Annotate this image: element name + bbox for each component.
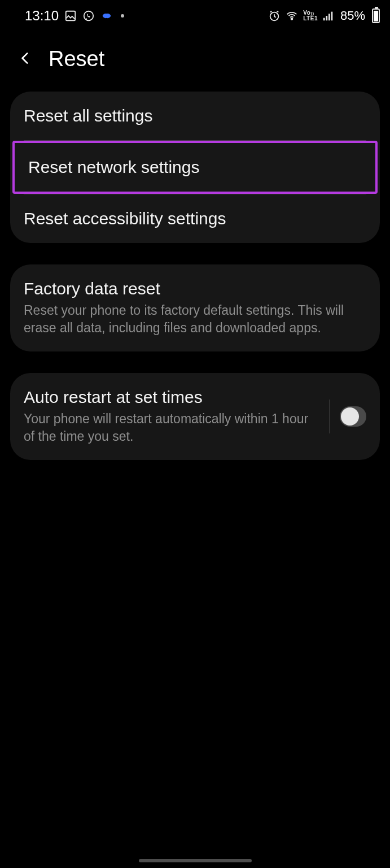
row-label: Reset network settings	[28, 158, 362, 177]
gesture-nav-indicator[interactable]	[139, 859, 252, 862]
auto-restart-row[interactable]: Auto restart at set times Your phone wil…	[10, 373, 380, 460]
row-sublabel: Your phone will restart automatically wi…	[24, 410, 319, 445]
wifi-icon	[285, 10, 299, 22]
swirl-icon	[100, 10, 113, 22]
reset-all-settings-row[interactable]: Reset all settings	[10, 92, 380, 140]
status-bar: 13:10	[0, 0, 390, 31]
toggle-knob	[341, 407, 359, 426]
svg-rect-4	[323, 18, 325, 20]
volte-icon: Vo))LTE1	[303, 10, 318, 21]
page-header: Reset	[0, 31, 390, 92]
page-title: Reset	[49, 47, 104, 71]
reset-accessibility-settings-row[interactable]: Reset accessibility settings	[10, 194, 380, 243]
svg-rect-5	[326, 16, 327, 20]
row-label: Factory data reset	[24, 279, 366, 298]
svg-rect-7	[331, 11, 333, 20]
svg-rect-6	[328, 14, 330, 20]
factory-reset-card: Factory data reset Reset your phone to i…	[10, 264, 380, 351]
status-time: 13:10	[25, 8, 59, 24]
svg-point-1	[84, 11, 94, 20]
row-label: Reset accessibility settings	[24, 209, 366, 228]
auto-restart-toggle[interactable]	[340, 406, 366, 427]
reset-options-card: Reset all settings Reset network setting…	[10, 92, 380, 243]
chevron-left-icon	[18, 51, 33, 66]
more-notifications-dot-icon	[121, 14, 124, 18]
gallery-icon	[64, 10, 77, 22]
svg-point-3	[291, 18, 293, 20]
signal-icon	[322, 10, 335, 22]
row-label: Auto restart at set times	[24, 388, 319, 407]
battery-percent: 85%	[340, 8, 365, 23]
svg-rect-0	[66, 11, 76, 20]
row-label: Reset all settings	[24, 106, 366, 125]
back-button[interactable]	[18, 51, 33, 68]
whatsapp-icon	[82, 10, 95, 22]
alarm-icon	[268, 10, 281, 22]
divider-vertical	[329, 400, 330, 433]
battery-icon	[372, 8, 380, 23]
auto-restart-card: Auto restart at set times Your phone wil…	[10, 373, 380, 460]
reset-network-settings-row[interactable]: Reset network settings	[12, 141, 378, 194]
factory-data-reset-row[interactable]: Factory data reset Reset your phone to i…	[10, 264, 380, 351]
row-sublabel: Reset your phone to its factory default …	[24, 302, 366, 337]
